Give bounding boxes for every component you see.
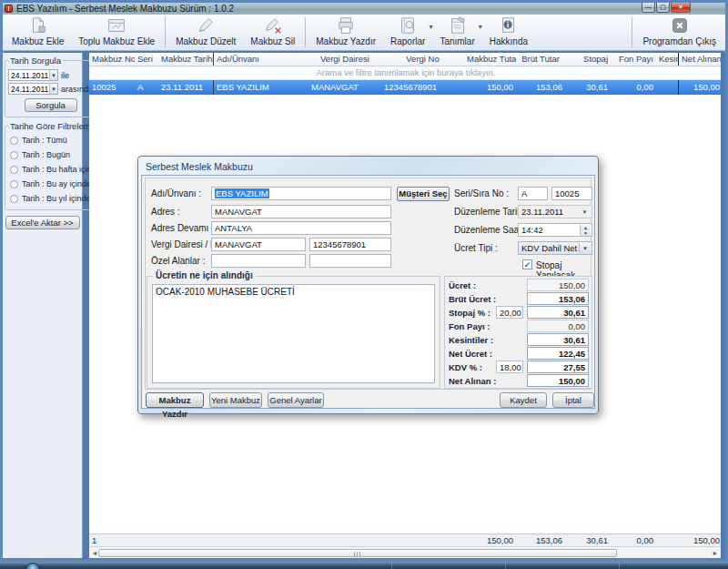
column-header[interactable]: Brüt Tutar	[516, 53, 565, 66]
info-icon	[499, 15, 519, 36]
kaydet-button[interactable]: Kaydet	[500, 392, 547, 408]
chevron-down-icon[interactable]: ▾	[579, 243, 591, 253]
kdv-pct-label: KDV % :	[449, 362, 482, 372]
column-header[interactable]: Adı/Ünvanı	[213, 53, 308, 66]
ozel-alan2-field[interactable]	[309, 254, 391, 268]
dialog-content: Adı/Ünvanı : EBS YAZILIM Müşteri Seç Adr…	[141, 175, 595, 409]
column-header[interactable]: Vergi Dairesi	[308, 53, 381, 66]
spinner-buttons[interactable]: ▲▼	[580, 225, 591, 235]
column-header[interactable]: Net Alınan	[678, 53, 721, 66]
scrollbar-thumb[interactable]	[98, 549, 617, 557]
summary-stopaj: 30,61	[565, 534, 611, 546]
genel-ayarlar-button[interactable]: Genel Ayarlar	[268, 392, 324, 408]
date-from-combo[interactable]: 24.11.2011 ▾	[8, 69, 58, 81]
horizontal-scrollbar[interactable]: ◄ ►	[89, 546, 721, 558]
cell-vergi-dairesi[interactable]: MANAVGAT	[308, 80, 381, 95]
column-header[interactable]: Seri	[135, 53, 158, 66]
cell-brut[interactable]: 153,06	[516, 80, 565, 95]
yeni-makbuz-button[interactable]: Yeni Makbuz	[209, 392, 262, 408]
grid-header-row: Makbuz No Seri Makbuz Tarihi Adı/Ünvanı …	[89, 53, 721, 66]
radio-tarih-bugun[interactable]: Tarih : Bugün	[8, 147, 101, 162]
kdv-pct-field[interactable]: 18,00	[496, 361, 523, 373]
ad-unvani-field[interactable]: EBS YAZILIM	[211, 187, 391, 200]
column-header[interactable]: Makbuz Tutar	[464, 53, 516, 66]
minimize-button[interactable]: —	[642, 3, 655, 13]
column-header[interactable]: Makbuz No	[89, 53, 135, 66]
maximize-button[interactable]: ▢	[656, 3, 670, 13]
seri-field[interactable]: A	[518, 187, 548, 200]
cell-stopaj[interactable]: 30,61	[565, 80, 611, 95]
toolbar-button-makbuz-ekle[interactable]: Makbuz Ekle	[5, 15, 71, 49]
app-window: EBS Yazılım - Serbest Meslek Makbuzu Sür…	[0, 0, 728, 562]
start-orb-icon[interactable]	[25, 563, 40, 569]
ucret-label: Ücret :	[449, 280, 476, 290]
makbuz-yazdir-button[interactable]: Makbuz Yazdır	[146, 392, 204, 408]
column-header[interactable]: Fon Payı	[611, 53, 656, 66]
filter-hint[interactable]: Arama ve filtre tanımlamak için buraya t…	[89, 66, 721, 79]
table-row-selected[interactable]: 10025 A 23.11.2011 EBS YAZILIM MANAVGAT …	[89, 80, 721, 95]
column-header[interactable]: Stopaj	[565, 53, 611, 66]
duzenleme-saati-spinner[interactable]: 14:42 ▲▼	[518, 223, 592, 237]
cell-vergi-no[interactable]: 12345678901	[381, 80, 464, 95]
toolbar-button-toplu-makbuz-ekle[interactable]: Toplu Makbuz Ekle	[71, 15, 162, 49]
windows-taskbar[interactable]	[0, 562, 728, 569]
radio-tarih-bu-hafta[interactable]: Tarih : Bu hafta içinde	[8, 162, 101, 177]
titlebar[interactable]: EBS Yazılım - Serbest Meslek Makbuzu Sür…	[3, 3, 725, 15]
date-to-combo[interactable]: 24.11.2011 ▾	[8, 83, 58, 95]
toolbar-button-makbuz-yazdir[interactable]: Makbuz Yazdır	[308, 15, 383, 49]
cell-fon[interactable]: 0,00	[611, 80, 656, 95]
aciklama-textarea[interactable]: OCAK-2010 MUHASEBE ÜCRETİ	[152, 284, 435, 383]
dialog-title[interactable]: Serbest Meslek Makbuzu	[141, 159, 595, 175]
toolbar-separator	[165, 17, 166, 47]
ucret-tipi-combo[interactable]: KDV Dahil Net ▾	[518, 241, 592, 255]
toolbar-button-hakkinda[interactable]: Hakkında	[482, 15, 535, 49]
duzenleme-tarihi-combo[interactable]: 23.11.2011 ▾	[518, 205, 592, 218]
cell-tarih[interactable]: 23.11.2011	[158, 80, 213, 95]
column-header[interactable]: Vergi No	[381, 53, 464, 66]
adres-devami-field[interactable]: ANTALYA	[211, 221, 391, 235]
vergi-no-field[interactable]: 12345678901	[309, 238, 391, 251]
chevron-down-icon[interactable]: ▾	[579, 207, 591, 217]
stopaj-checkbox[interactable]: ✓	[522, 259, 532, 269]
sorgula-button[interactable]: Sorgula	[25, 98, 77, 112]
column-header[interactable]: Kesintiler	[656, 53, 678, 66]
toolbar-separator	[305, 17, 306, 47]
grid-filter-row[interactable]: Arama ve filtre tanımlamak için buraya t…	[89, 66, 721, 80]
date-query-group: Tarih Sorgula 24.11.2011 ▾ ile 24.11.201…	[5, 56, 96, 117]
musteri-sec-button[interactable]: Müşteri Seç	[397, 187, 450, 201]
adres-label: Adres :	[151, 207, 180, 217]
adres-field[interactable]: MANAVGAT	[211, 205, 391, 218]
cell-seri[interactable]: A	[135, 80, 158, 95]
date-to-suffix: arasında	[61, 85, 93, 94]
toolbar-button-makbuz-sil[interactable]: Makbuz Sil	[243, 15, 302, 49]
chevron-down-icon[interactable]: ▾	[49, 84, 57, 94]
chevron-down-icon[interactable]: ▾	[49, 70, 57, 80]
radio-icon	[10, 166, 18, 174]
radio-icon	[10, 180, 18, 188]
cell-kesintiler[interactable]	[656, 80, 678, 95]
toolbar-button-makbuz-duzelt[interactable]: Makbuz Düzelt	[168, 15, 243, 49]
ucretin-ne-icin-legend: Ücretin ne için alındığı	[153, 270, 256, 280]
toolbar-button-raporlar[interactable]: Raporlar	[383, 15, 432, 49]
scroll-right-icon[interactable]: ►	[710, 550, 721, 556]
radio-tarih-tumu[interactable]: Tarih : Tümü	[8, 133, 101, 147]
cell-makbuz-no[interactable]: 10025	[89, 80, 135, 95]
sira-no-field[interactable]: 10025	[551, 187, 592, 200]
column-header[interactable]: Makbuz Tarihi	[158, 53, 213, 66]
ozel-alan1-field[interactable]	[211, 254, 306, 268]
cell-ad[interactable]: EBS YAZILIM	[213, 80, 308, 95]
toolbar-button-programdan-cikis[interactable]: Programdan Çıkış	[635, 15, 723, 49]
close-button[interactable]: ✕	[671, 3, 691, 13]
sidebar: Tarih Sorgula 24.11.2011 ▾ ile 24.11.201…	[3, 53, 83, 558]
vergi-dairesi-field[interactable]: MANAVGAT	[211, 238, 306, 251]
radio-tarih-bu-yil[interactable]: Tarih : Bu yıl içinde	[8, 191, 101, 206]
cell-tutar[interactable]: 150,00	[464, 80, 516, 95]
stopaj-pct-field[interactable]: 20,00	[496, 306, 523, 319]
excel-export-button[interactable]: Excel'e Aktar >>	[5, 216, 80, 229]
toolbar-button-tanimlar[interactable]: Tanımlar	[432, 15, 481, 49]
cell-net[interactable]: 150,00	[678, 80, 721, 95]
date-query-legend: Tarih Sorgula	[8, 56, 63, 66]
radio-tarih-bu-ay[interactable]: Tarih : Bu ay içinde	[8, 177, 101, 191]
ucret-tipi-label: Ücret Tipi :	[454, 243, 498, 253]
iptal-button[interactable]: İptal	[552, 392, 594, 408]
